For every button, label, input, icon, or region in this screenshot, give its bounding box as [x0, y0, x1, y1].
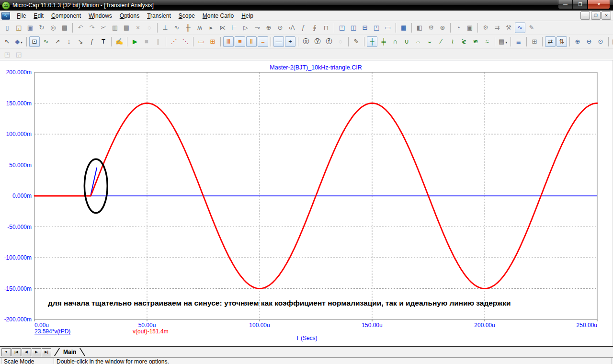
- minimize-button[interactable]: —: [558, 0, 573, 9]
- auto-scale-vertical-icon[interactable]: ⇅: [556, 36, 567, 47]
- tile-horizontal-icon[interactable]: ⊟: [360, 23, 370, 33]
- diode-component-icon[interactable]: ▸: [206, 23, 216, 33]
- copy-icon[interactable]: ▥: [110, 23, 120, 33]
- print-icon[interactable]: ▤: [59, 23, 70, 33]
- corner-scale-mode-icon[interactable]: ↘: [75, 36, 86, 47]
- go-to-low-icon[interactable]: ⌣: [424, 36, 435, 47]
- auto-scale-horizontal-icon[interactable]: ⇄: [545, 36, 556, 47]
- properties-icon[interactable]: ✍: [114, 36, 125, 47]
- cursor-crosshair-mode-icon[interactable]: +: [285, 36, 295, 47]
- scale-mode-icon[interactable]: ∿: [41, 36, 51, 47]
- save-circuit-icon[interactable]: ▣: [25, 23, 35, 33]
- tab-main[interactable]: Main: [58, 348, 81, 356]
- run-simulation-icon[interactable]: ▶: [130, 36, 140, 47]
- undo-icon[interactable]: ↶: [75, 23, 86, 33]
- select-mode-icon[interactable]: ↖: [2, 36, 12, 47]
- opamp-component-icon[interactable]: ▷: [240, 23, 251, 33]
- new-circuit-icon[interactable]: ▯: [2, 23, 12, 33]
- analysis-tools-icon[interactable]: ⚒: [503, 23, 514, 33]
- inductor-component-icon[interactable]: ʍ: [194, 23, 205, 33]
- formula-scale-mode-icon[interactable]: ƒ: [87, 36, 97, 47]
- menu-component[interactable]: Component: [47, 11, 85, 20]
- animate-mode-icon[interactable]: ◔: [453, 23, 464, 33]
- zoom-out-icon[interactable]: ⊖: [584, 36, 594, 47]
- edit-data-icon[interactable]: ✎: [351, 36, 362, 47]
- clipboard-numeric-icon[interactable]: ⊞: [529, 36, 540, 47]
- analysis-edit-icon[interactable]: ✎: [526, 23, 537, 33]
- ground-component-icon[interactable]: ⊥: [160, 23, 170, 33]
- delete-icon[interactable]: ×: [133, 23, 143, 33]
- zoom-100-icon[interactable]: ⊙: [595, 36, 606, 47]
- paste-icon[interactable]: ▤: [121, 23, 132, 33]
- minor-vertical-grid-icon[interactable]: Ⅱ: [246, 36, 257, 47]
- active-window-icon[interactable]: ▣: [465, 23, 475, 33]
- capacitor-component-icon[interactable]: ╫: [183, 23, 193, 33]
- y-axis-zoom-icon[interactable]: ⓨ: [312, 36, 323, 47]
- transient-plot[interactable]: 200.000m150.000m100.000m50.000m0.000m-50…: [0, 60, 613, 346]
- zoom-mode-icon[interactable]: ⊡: [29, 36, 40, 47]
- data-points-icon[interactable]: ⋰: [169, 36, 179, 47]
- mdi-close-button[interactable]: ✕: [602, 11, 611, 20]
- menu-windows[interactable]: Windows: [85, 11, 116, 20]
- next-tab-button[interactable]: ▶: [32, 348, 41, 356]
- calculator-icon[interactable]: ▦: [398, 23, 409, 33]
- minor-horizontal-grid-icon[interactable]: =: [258, 36, 268, 47]
- component-panel-icon[interactable]: ◧: [414, 23, 425, 33]
- pulse-source-component-icon[interactable]: ⊓: [321, 23, 331, 33]
- select-region-icon[interactable]: ▭: [196, 36, 206, 47]
- go-to-valley-icon[interactable]: ∪: [401, 36, 412, 47]
- menu-file[interactable]: File: [13, 11, 30, 20]
- menu-monte-carlo[interactable]: Monte Carlo: [199, 11, 238, 20]
- overlap-windows-icon[interactable]: ◰: [371, 23, 382, 33]
- menu-options[interactable]: Options: [116, 11, 143, 20]
- terminal-component-icon[interactable]: ⊸: [252, 23, 262, 33]
- mosfet-component-icon[interactable]: ⊨: [229, 23, 239, 33]
- source-component-icon[interactable]: ⊙: [275, 23, 285, 33]
- tolerances-icon[interactable]: ⋱: [180, 36, 191, 47]
- baseline-mode-icon[interactable]: —: [273, 36, 284, 47]
- preferences-icon[interactable]: ⚙: [480, 23, 491, 33]
- fx-axis-zoom-icon[interactable]: ⓕ: [324, 36, 334, 47]
- panel-layout-icon[interactable]: ▦▾: [611, 36, 613, 47]
- go-to-inflection-icon[interactable]: ≀: [447, 36, 458, 47]
- redo-icon[interactable]: ↷: [87, 23, 97, 33]
- x-axis-zoom-icon[interactable]: ⓧ: [301, 36, 311, 47]
- pan-mode-icon[interactable]: ↗: [52, 36, 63, 47]
- formula-component-icon[interactable]: ƒ: [298, 23, 308, 33]
- menu-help[interactable]: Help: [238, 11, 257, 20]
- restore-button[interactable]: ❐: [573, 0, 588, 9]
- battery-component-icon[interactable]: ⊕: [263, 23, 274, 33]
- numeric-output-icon[interactable]: ≣: [513, 36, 524, 47]
- open-circuit-icon[interactable]: ◱: [13, 23, 24, 33]
- cursor-track-icon[interactable]: ╪: [378, 36, 389, 47]
- cascade-windows-icon[interactable]: ◳: [337, 23, 347, 33]
- stepping-icon[interactable]: ⇉: [492, 23, 502, 33]
- resistor-component-icon[interactable]: ∿: [171, 23, 182, 33]
- vertical-scale-mode-icon[interactable]: ↕: [64, 36, 74, 47]
- component-editor-icon[interactable]: ⚙: [426, 23, 436, 33]
- envelope-lower-icon[interactable]: ≈: [482, 36, 492, 47]
- plot-window[interactable]: 200.000m150.000m100.000m50.000m0.000m-50…: [0, 60, 613, 346]
- mdi-restore-button[interactable]: ❐: [591, 11, 601, 20]
- graphics-mode-icon[interactable]: ◆▾: [13, 36, 24, 47]
- horizontal-grid-icon[interactable]: ≡: [235, 36, 245, 47]
- mdi-minimize-button[interactable]: —: [580, 11, 590, 20]
- envelope-upper-icon[interactable]: ≋: [470, 36, 481, 47]
- go-to-slope-icon[interactable]: ∕: [436, 36, 446, 47]
- menu-scope[interactable]: Scope: [175, 11, 199, 20]
- bjt-component-icon[interactable]: ⋉: [217, 23, 228, 33]
- tile-vertical-icon[interactable]: ◫: [348, 23, 359, 33]
- go-to-peak-icon[interactable]: ∩: [390, 36, 400, 47]
- text-mode-icon[interactable]: T: [98, 36, 109, 47]
- close-button[interactable]: ✕: [588, 0, 610, 9]
- print-preview-icon[interactable]: ◎: [48, 23, 58, 33]
- pin-text-component-icon[interactable]: ›A: [286, 23, 297, 33]
- zoom-in-icon[interactable]: ⊕: [572, 36, 583, 47]
- revert-circuit-icon[interactable]: ↻: [36, 23, 47, 33]
- menu-edit[interactable]: Edit: [30, 11, 47, 20]
- web-update-icon[interactable]: ⊛: [437, 23, 448, 33]
- sine-source-component-icon[interactable]: ∮: [309, 23, 320, 33]
- menu-transient[interactable]: Transient: [143, 11, 175, 20]
- maximize-window-icon[interactable]: ▭: [383, 23, 393, 33]
- paste-waveform-icon[interactable]: ▤▾: [498, 36, 508, 47]
